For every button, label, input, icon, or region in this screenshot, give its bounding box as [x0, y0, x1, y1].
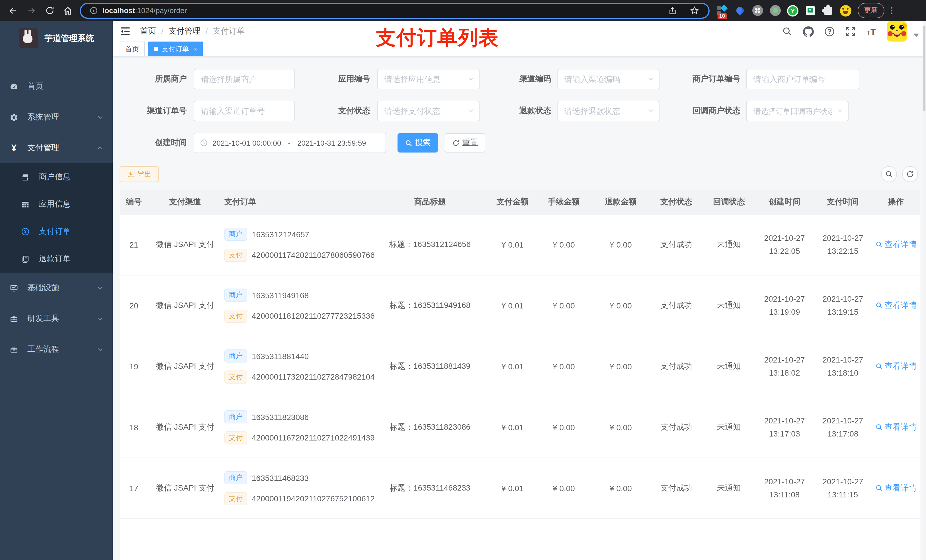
site-info-icon[interactable]: [89, 4, 98, 17]
col-refund: 退款金额: [592, 197, 649, 207]
merchant-input[interactable]: [194, 69, 295, 89]
browser-home-icon[interactable]: [62, 4, 74, 17]
pay-badge: 支付: [224, 370, 247, 383]
notify-status: 未通知: [703, 483, 755, 494]
sidebar-item-dev-tools[interactable]: 研发工具: [0, 303, 113, 334]
sidebar-item-pay[interactable]: ¥ 支付管理: [0, 133, 113, 163]
channel-pay-no: 4200001181202110277723215336: [252, 312, 375, 321]
action-cell: 查看详情: [872, 422, 920, 433]
product-title: 标题：1635311881439: [370, 361, 490, 371]
refresh-button[interactable]: [902, 166, 918, 182]
filter-label: 退款状态: [480, 106, 551, 116]
help-icon[interactable]: [823, 26, 835, 37]
app-title: 芋道管理系统: [44, 33, 94, 44]
pay-time: 2021-10-27 13:17:08: [814, 414, 872, 441]
pay-amount: ¥ 0.01: [490, 301, 535, 310]
font-size-icon[interactable]: TT: [865, 26, 877, 37]
url-bar[interactable]: localhost:1024/pay/order: [80, 3, 710, 18]
refund-status-select[interactable]: [557, 101, 660, 121]
url-path: :1024/pay/order: [135, 6, 187, 15]
channel-pay-no: 4200001173202110272847982104: [252, 373, 375, 382]
extension-tampermonkey-icon[interactable]: 10: [716, 5, 728, 16]
search-icon[interactable]: [781, 26, 793, 37]
sidebar-item-pay-order[interactable]: 支付订单: [0, 218, 113, 245]
sidebar-item-merchant-info[interactable]: 商户信息: [0, 163, 113, 191]
sidebar-item-system[interactable]: 系统管理: [0, 102, 113, 133]
sidebar-item-workflow[interactable]: 工作流程: [0, 334, 113, 365]
breadcrumb-home[interactable]: 首页: [140, 26, 156, 36]
sidebar-collapse-icon[interactable]: [120, 25, 132, 38]
range-separator: -: [286, 139, 293, 147]
create-time-range-picker[interactable]: 2021-10-01 00:00:00 - 2021-10-31 23:59:5…: [194, 133, 386, 153]
sidebar-item-refund-order[interactable]: 退款订单: [0, 245, 113, 273]
app-select[interactable]: [377, 69, 480, 89]
extension-emoji-icon[interactable]: [840, 5, 851, 16]
extension-y-icon[interactable]: Y: [787, 5, 799, 16]
breadcrumb: 首页 / 支付管理 / 支付订单: [140, 26, 245, 36]
tag-pay-order[interactable]: 支付订单 ×: [148, 42, 203, 56]
pay-channel: 微信 JSAPI 支付: [148, 483, 222, 494]
range-start: 2021-10-01 00:00:00: [212, 139, 281, 147]
search-button[interactable]: 搜索: [398, 133, 438, 152]
callback-status-select[interactable]: [746, 101, 849, 121]
pay-order-cell: 商户 1635311881440 支付 42000011732021102728…: [222, 349, 370, 383]
clock-icon: [200, 139, 208, 147]
col-notify: 回调状态: [703, 197, 755, 207]
sidebar-logo[interactable]: 芋道管理系统: [0, 21, 113, 55]
fullscreen-icon[interactable]: [844, 26, 856, 37]
product-title: 标题：1635311949168: [370, 300, 490, 311]
merchant-badge: 商户: [224, 471, 247, 484]
sidebar-item-app-info[interactable]: 应用信息: [0, 191, 113, 218]
extension-pin-icon[interactable]: [734, 5, 746, 16]
user-menu-caret-icon[interactable]: [914, 33, 919, 37]
merchant-badge: 商户: [224, 410, 247, 423]
view-detail-link[interactable]: 查看详情: [875, 483, 917, 494]
show-search-button[interactable]: [881, 166, 897, 182]
channel-order-no-input[interactable]: [194, 101, 295, 121]
view-detail-link[interactable]: 查看详情: [875, 422, 917, 433]
browser-reload-icon[interactable]: [43, 4, 56, 17]
sidebar-item-label: 基础设施: [27, 283, 97, 293]
fee-amount: ¥ 0.00: [535, 362, 592, 371]
user-avatar[interactable]: [887, 21, 907, 42]
url-host: localhost: [103, 6, 135, 15]
browser-back-icon[interactable]: [7, 4, 20, 17]
view-detail-link[interactable]: 查看详情: [875, 300, 917, 311]
merchant-order-no: 1635311949168: [252, 291, 309, 300]
share-icon[interactable]: [666, 4, 679, 17]
chrome-update-button[interactable]: 更新: [858, 3, 884, 18]
github-icon[interactable]: [802, 26, 814, 37]
browser-forward-icon[interactable]: [25, 4, 38, 17]
browser-menu-icon[interactable]: [891, 7, 893, 14]
chevron-up-icon: [97, 145, 104, 151]
extension-command-icon[interactable]: ⌘: [752, 5, 763, 16]
col-id: 编号: [120, 197, 148, 207]
extension-chat-icon[interactable]: [805, 5, 816, 16]
extensions-puzzle-icon[interactable]: [822, 5, 834, 16]
pay-channel: 微信 JSAPI 支付: [148, 422, 222, 433]
export-button[interactable]: 导出: [120, 166, 159, 182]
breadcrumb-pay[interactable]: 支付管理: [169, 26, 200, 36]
view-detail-link[interactable]: 查看详情: [875, 361, 917, 371]
refund-amount: ¥ 0.00: [592, 423, 649, 432]
page-scrollbar[interactable]: [923, 21, 926, 560]
col-fee: 手续金额: [535, 197, 592, 207]
pay-status-select[interactable]: [377, 101, 480, 121]
bookmark-star-icon[interactable]: [688, 4, 701, 17]
extension-green-dot-icon[interactable]: [769, 5, 781, 16]
notify-status: 未通知: [703, 422, 755, 433]
close-icon[interactable]: ×: [194, 45, 197, 52]
browser-chrome: localhost:1024/pay/order 10 ⌘ Y: [0, 0, 926, 21]
reset-button[interactable]: 重置: [445, 133, 485, 152]
page-annotation: 支付订单列表: [376, 24, 499, 51]
tag-home[interactable]: 首页: [120, 42, 145, 56]
channel-code-select[interactable]: [557, 69, 660, 89]
pay-badge: 支付: [224, 432, 247, 444]
sidebar-item-infra[interactable]: 基础设施: [0, 273, 113, 303]
filter-label: 支付状态: [295, 106, 370, 116]
view-detail-link[interactable]: 查看详情: [875, 240, 917, 250]
merchant-order-no-input[interactable]: [746, 69, 859, 89]
sidebar-item-home[interactable]: 首页: [0, 71, 113, 102]
filter-label: 商户订单编号: [660, 74, 740, 84]
fee-amount: ¥ 0.00: [535, 240, 592, 249]
